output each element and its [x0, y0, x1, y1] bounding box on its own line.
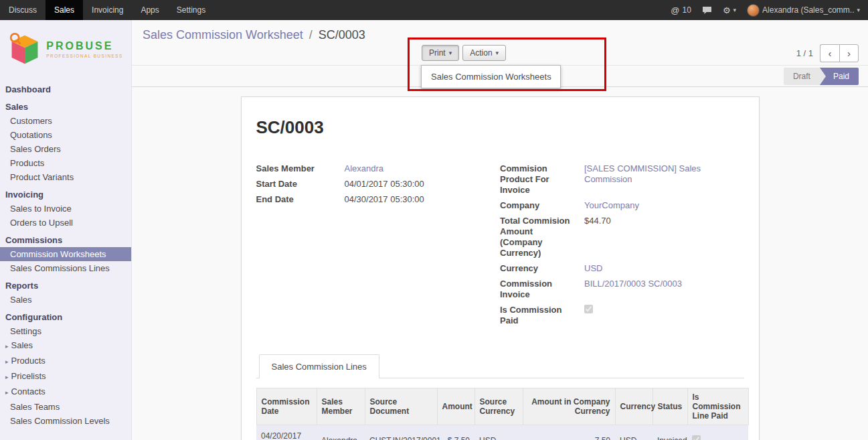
mentions-button[interactable]: @ 10 [671, 5, 691, 15]
column-header-status[interactable]: Status [653, 388, 687, 425]
submenu-arrow-icon: ▸ [5, 374, 9, 380]
user-menu[interactable]: Alexandra (Sales_comm.. ▾ [747, 4, 860, 17]
sidebar-item-sales-orders[interactable]: Sales Orders [0, 142, 131, 156]
sidebar-menu: DashboardSalesCustomersQuotationsSales O… [0, 78, 131, 428]
form-field-is-commission-paid: Is Commission Paid [500, 305, 744, 326]
sidebar-item-sales-commission-levels[interactable]: Sales Commission Levels [0, 414, 131, 428]
field-label: Company [500, 200, 584, 211]
breadcrumb-separator: / [309, 28, 313, 42]
sidebar-item-products[interactable]: Products [0, 156, 131, 170]
action-button-label: Action [470, 48, 492, 58]
topbar-app-invoicing[interactable]: Invoicing [83, 0, 132, 20]
menu-item-label: Dashboard [5, 84, 51, 94]
breadcrumb-current: SC/0003 [319, 28, 365, 42]
pager-previous-button[interactable]: ‹ [820, 44, 839, 62]
lines-table: Commission DateSales MemberSource Docume… [256, 388, 749, 440]
field-value-sales-member[interactable]: Alexandra [345, 163, 489, 174]
field-value-commision-product-for-invoice[interactable]: [SALES COMMISSION] Sales Commission [584, 163, 711, 185]
column-header-source-currency[interactable]: Source Currency [474, 388, 523, 425]
sidebar-item-pricelists[interactable]: ▸Pricelists [0, 369, 131, 384]
column-header-sales-member[interactable]: Sales Member [317, 388, 365, 425]
field-value-currency[interactable]: USD [584, 263, 711, 274]
menu-item-label: Commission Worksheets [10, 249, 106, 259]
column-header-source-document[interactable]: Source Document [365, 388, 437, 425]
debug-menu-button[interactable]: ⚙ ▾ [723, 5, 736, 15]
column-header-is-commission-line-paid[interactable]: Is Commission Line Paid [687, 388, 748, 425]
form-field-commision-product-for-invoice: Commision Product For Invoice[SALES COMM… [500, 163, 744, 196]
field-value-company[interactable]: YourCompany [584, 200, 711, 211]
sidebar-section-configuration[interactable]: Configuration [0, 310, 131, 324]
form-field-start-date: Start Date04/01/2017 05:30:00 [256, 179, 501, 190]
column-header-amount[interactable]: Amount [437, 388, 474, 425]
column-header-amount-in-company-currency[interactable]: Amount in Company Currency [523, 388, 615, 425]
submenu-arrow-icon: ▸ [5, 358, 9, 365]
field-value-commission-invoice[interactable]: BILL/2017/0003 SC/0003 [584, 279, 711, 289]
cell-source-currency: USD [474, 425, 523, 440]
topbar-app-settings[interactable]: Settings [168, 0, 214, 20]
menu-item-label: Sales Teams [10, 402, 60, 412]
form-field-total-commision-amount-company-currency: Total Commision Amount (Company Currency… [500, 216, 744, 259]
sidebar-item-sales[interactable]: ▸Sales [0, 338, 131, 354]
topbar-app-discuss[interactable]: Discuss [0, 0, 46, 20]
field-label: Is Commission Paid [500, 305, 584, 326]
sidebar-section-commissions[interactable]: Commissions [0, 233, 131, 247]
menu-item-label: Sales Commissions Lines [10, 263, 110, 273]
column-header-commission-date[interactable]: Commission Date [256, 388, 317, 425]
mention-count: 10 [683, 5, 691, 15]
topbar-systray: @ 10 ⚙ ▾ Alexandra (Sales_comm.. ▾ [671, 0, 868, 20]
avatar [747, 4, 760, 17]
menu-item-label: Quotations [10, 130, 52, 140]
menu-item-label: Orders to Upsell [10, 218, 73, 228]
sidebar-section-invoicing[interactable]: Invoicing [0, 188, 131, 202]
sidebar-item-product-variants[interactable]: Product Variants [0, 170, 131, 184]
notebook-tabs: Sales Commission Lines [256, 354, 744, 378]
sidebar-section-dashboard[interactable]: Dashboard [0, 82, 131, 96]
logo-title: PROBUSE [46, 40, 122, 52]
form-right-fields: Commision Product For Invoice[SALES COMM… [500, 163, 744, 331]
tab-sales-commission-lines[interactable]: Sales Commission Lines [259, 354, 379, 378]
column-header-currency[interactable]: Currency [615, 388, 653, 425]
pager-next-button[interactable]: › [839, 44, 859, 62]
sidebar-item-sales-commissions-lines[interactable]: Sales Commissions Lines [0, 261, 131, 275]
sidebar-item-settings[interactable]: Settings [0, 324, 131, 338]
field-checkbox-is-commission-paid[interactable] [584, 305, 593, 313]
menu-item-label: Configuration [5, 312, 62, 322]
sidebar-item-products[interactable]: ▸Products [0, 354, 131, 369]
menu-item-label: Sales Commission Levels [10, 416, 110, 426]
sidebar-item-sales-to-invoice[interactable]: Sales to Invoice [0, 202, 131, 216]
menu-item-label: Sales to Invoice [10, 204, 72, 214]
user-name: Alexandra (Sales_comm.. [762, 5, 854, 15]
sidebar-section-sales[interactable]: Sales [0, 100, 131, 114]
sidebar-item-sales-teams[interactable]: Sales Teams [0, 400, 131, 414]
sidebar-section-reports[interactable]: Reports [0, 279, 131, 293]
pager-counter: 1 / 1 [796, 48, 813, 58]
sidebar-item-commission-worksheets[interactable]: Commission Worksheets [0, 247, 131, 261]
sidebar-item-orders-to-upsell[interactable]: Orders to Upsell [0, 216, 131, 230]
sidebar: PROBUSE PROFESSIONAL BUSINESS DashboardS… [0, 20, 132, 440]
line-paid-checkbox[interactable] [692, 435, 701, 440]
print-button[interactable]: Print ▾ [422, 45, 459, 61]
field-label: Total Commision Amount (Company Currency… [500, 216, 584, 259]
cell-sales-member: Alexandra [317, 425, 365, 440]
field-label: Currency [500, 263, 584, 274]
dropdown-item-sales-commission-worksheets[interactable]: Sales Commission Worksheets [422, 68, 560, 85]
sidebar-item-quotations[interactable]: Quotations [0, 128, 131, 142]
table-header-row: Commission DateSales MemberSource Docume… [256, 388, 748, 425]
sidebar-item-customers[interactable]: Customers [0, 114, 131, 128]
breadcrumb-parent-link[interactable]: Sales Commission Worksheet [143, 28, 303, 42]
menu-item-label: Settings [10, 326, 41, 336]
table-row[interactable]: 04/20/2017 05:30:00AlexandraCUST.IN/2017… [256, 425, 748, 440]
topbar-app-sales[interactable]: Sales [46, 0, 83, 20]
caret-down-icon: ▾ [449, 50, 452, 56]
action-button[interactable]: Action ▾ [462, 45, 506, 61]
status-paid[interactable]: Paid [820, 68, 859, 85]
topbar-app-apps[interactable]: Apps [132, 0, 167, 20]
statusbar: DraftPaid [784, 68, 859, 85]
chat-bubble-icon [702, 6, 712, 15]
field-label: End Date [256, 194, 345, 205]
status-draft[interactable]: Draft [784, 68, 820, 85]
sidebar-item-sales[interactable]: Sales [0, 293, 131, 307]
sidebar-item-contacts[interactable]: ▸Contacts [0, 384, 131, 400]
messages-button[interactable] [702, 6, 712, 15]
field-label: Sales Member [256, 163, 345, 174]
